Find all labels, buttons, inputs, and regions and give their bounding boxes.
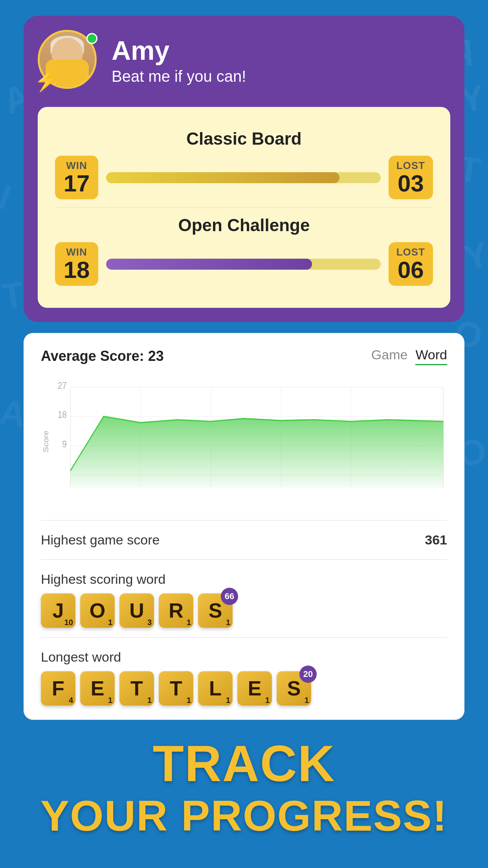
highest-game-score-row: Highest game score 361 — [41, 528, 447, 552]
challenge-win-box: WIN 18 — [55, 242, 98, 286]
tile-E-1: E 1 — [80, 671, 115, 706]
bottom-cta: TRACK YOUR PROGRESS! — [40, 736, 448, 839]
highest-word-tiles: J 10 O 1 U 3 R 1 66 S 1 — [41, 593, 447, 628]
tile-S-1: 66 S 1 — [198, 593, 233, 628]
open-challenge-title: Open Challenge — [55, 215, 433, 235]
tile-T-1: T 1 — [119, 671, 154, 706]
divider-2 — [41, 559, 447, 560]
highest-game-score-value: 361 — [425, 532, 447, 548]
tab-game[interactable]: Game — [371, 347, 408, 365]
challenge-lost-value: 06 — [398, 258, 424, 282]
profile-tagline: Beat me if you can! — [112, 67, 246, 86]
cta-line1: TRACK — [40, 736, 448, 792]
stats-card: Classic Board WIN 17 LOST 03 — [38, 107, 450, 308]
tile-J: J 10 — [41, 593, 75, 628]
tile-F: F 4 — [41, 671, 75, 706]
main-container: ⚡ Amy Beat me if you can! Classic Board … — [0, 0, 488, 868]
cta-line2: YOUR PROGRESS! — [40, 792, 448, 839]
graph-card: Average Score: 23 Game Word — [24, 333, 464, 720]
tile-E-2: E 1 — [237, 671, 272, 706]
longest-word-tiles: F 4 E 1 T 1 T 1 L 1 — [41, 671, 447, 706]
chart-tabs: Game Word — [371, 347, 447, 365]
online-status-dot — [86, 33, 97, 44]
svg-text:18: 18 — [58, 410, 67, 420]
longest-word-label: Longest word — [41, 645, 447, 665]
svg-text:Score: Score — [42, 430, 50, 452]
open-challenge-section: Open Challenge WIN 18 LOST 06 — [55, 207, 433, 294]
chart-area: 27 18 9 Score — [41, 375, 447, 508]
tile-T-2: T 1 — [159, 671, 193, 706]
tab-word[interactable]: Word — [415, 347, 447, 365]
classic-board-row: WIN 17 LOST 03 — [55, 156, 433, 199]
classic-lost-box: LOST 03 — [389, 156, 433, 199]
classic-bar-container — [106, 172, 381, 183]
tile-R: R 1 — [159, 593, 193, 628]
classic-board-title: Classic Board — [55, 129, 433, 149]
highest-word-label: Highest scoring word — [41, 568, 447, 587]
profile-text: Amy Beat me if you can! — [112, 37, 246, 86]
chart-svg: 27 18 9 Score — [41, 375, 447, 508]
profile-name: Amy — [112, 37, 246, 64]
open-challenge-row: WIN 18 LOST 06 — [55, 242, 433, 286]
challenge-bar-container — [106, 259, 381, 270]
profile-header: ⚡ Amy Beat me if you can! — [38, 30, 450, 93]
avg-score-label: Average Score: 23 — [41, 348, 164, 364]
tile-S-2: 20 S 1 — [277, 671, 311, 706]
lightning-icon: ⚡ — [34, 69, 59, 93]
divider-1 — [41, 520, 447, 520]
svg-text:9: 9 — [62, 439, 66, 449]
classic-board-section: Classic Board WIN 17 LOST 03 — [55, 121, 433, 207]
tile-L: L 1 — [198, 671, 233, 706]
purple-card: ⚡ Amy Beat me if you can! Classic Board … — [24, 16, 464, 322]
divider-3 — [41, 637, 447, 638]
chart-area-fill — [70, 416, 443, 487]
highest-game-score-label: Highest game score — [41, 532, 160, 548]
tile-U: U 3 — [119, 593, 154, 628]
challenge-win-value: 18 — [64, 258, 90, 282]
graph-header: Average Score: 23 Game Word — [41, 347, 447, 365]
challenge-lost-box: LOST 06 — [389, 242, 433, 286]
svg-text:27: 27 — [58, 381, 67, 391]
classic-bar-fill — [106, 172, 339, 183]
tile-badge-66: 66 — [221, 588, 238, 605]
classic-win-value: 17 — [64, 172, 90, 195]
classic-lost-value: 03 — [398, 172, 424, 195]
tile-O: O 1 — [80, 593, 115, 628]
challenge-bar-fill — [106, 259, 312, 270]
classic-win-box: WIN 17 — [55, 156, 98, 199]
avatar-container: ⚡ — [38, 30, 101, 93]
tile-badge-20: 20 — [299, 666, 317, 683]
